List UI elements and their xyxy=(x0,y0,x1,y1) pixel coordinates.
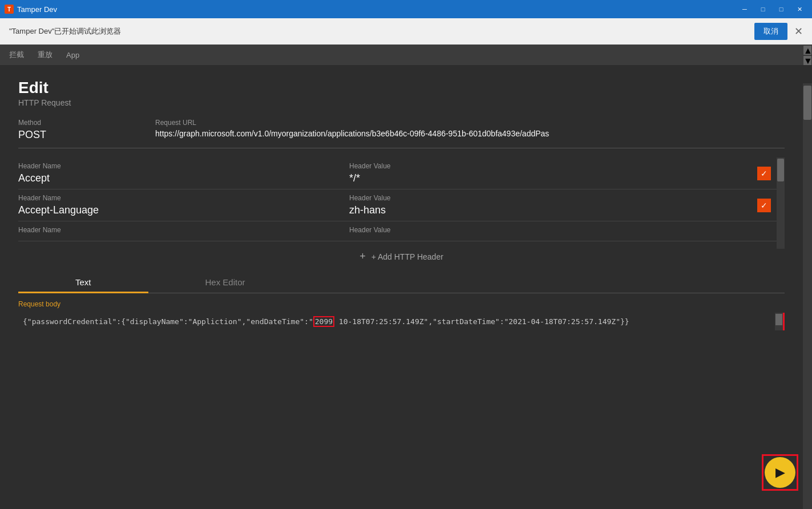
title-bar-left: T Tamper Dev xyxy=(5,5,57,14)
headers-section: Header Name Accept Header Value */* ✓ He… xyxy=(18,157,785,241)
nav-item-replay[interactable]: 重放 xyxy=(38,50,52,60)
right-scrollbar[interactable] xyxy=(803,83,812,509)
scroll-thumb[interactable] xyxy=(803,86,811,120)
nav-item-app[interactable]: App xyxy=(66,51,79,59)
header-row-3: Header Name Header Value xyxy=(18,221,785,241)
title-bar: T Tamper Dev ─ □ □ ✕ xyxy=(0,0,812,18)
edit-title: Edit xyxy=(18,79,785,97)
debug-bar: "Tamper Dev"已开始调试此浏览器 取消 ✕ xyxy=(0,18,812,45)
header-name-value-1: Accept xyxy=(18,172,349,184)
url-col: Request URL https://graph.microsoft.com/… xyxy=(155,119,785,141)
add-header-label: + Add HTTP Header xyxy=(371,252,443,261)
add-header-button[interactable]: + + Add HTTP Header xyxy=(18,241,785,272)
header-checkbox-2[interactable]: ✓ xyxy=(757,199,771,212)
add-icon: + xyxy=(359,251,366,262)
edit-subtitle: HTTP Request xyxy=(18,98,785,107)
edit-form: Edit HTTP Request Method POST Request UR… xyxy=(0,65,803,344)
header-name-label-3: Header Name xyxy=(18,226,349,234)
cancel-button[interactable]: 取消 xyxy=(754,23,787,40)
minimize-button[interactable]: ─ xyxy=(737,3,753,15)
url-value: https://graph.microsoft.com/v1.0/myorgan… xyxy=(155,129,703,138)
maximize-button[interactable]: □ xyxy=(773,3,789,15)
header-value-col-3: Header Value xyxy=(349,226,785,236)
submit-icon: ▶ xyxy=(775,465,785,480)
body-content-after: 10-18T07:25:57.149Z","startDateTime":"20… xyxy=(334,317,629,326)
header-row-2: Header Name Accept-Language Header Value… xyxy=(18,189,785,221)
checkbox-checked-2[interactable]: ✓ xyxy=(757,199,771,212)
header-value-value-1: */* xyxy=(349,172,785,184)
nav-scroll-up[interactable]: ▲ xyxy=(803,46,811,55)
window-controls: ─ □ □ ✕ xyxy=(737,3,807,15)
body-scrollbar[interactable] xyxy=(775,313,783,330)
app-icon: T xyxy=(5,5,14,14)
method-url-row: Method POST Request URL https://graph.mi… xyxy=(18,119,785,148)
url-label: Request URL xyxy=(155,119,785,127)
tab-hex-editor[interactable]: Hex Editor xyxy=(148,272,302,293)
header-value-col-1: Header Value */* xyxy=(349,162,785,184)
header-name-col-1: Header Name Accept xyxy=(18,162,349,184)
header-name-col-2: Header Name Accept-Language xyxy=(18,194,349,216)
restore-button[interactable]: □ xyxy=(755,3,771,15)
main-area: Edit HTTP Request Method POST Request UR… xyxy=(0,65,812,509)
body-scroll-thumb[interactable] xyxy=(775,314,782,325)
nav-item-intercept[interactable]: 拦截 xyxy=(9,50,24,60)
request-body-content[interactable]: {"passwordCredential":{"displayName":"Ap… xyxy=(18,313,785,330)
request-body-label: Request body xyxy=(18,298,785,310)
app-title: Tamper Dev xyxy=(17,5,57,14)
nav-bar: 拦截 重放 App ▲ ▼ xyxy=(0,45,812,65)
header-name-value-2: Accept-Language xyxy=(18,204,349,216)
method-col: Method POST xyxy=(18,119,155,141)
header-name-label-2: Header Name xyxy=(18,194,349,202)
header-value-value-2: zh-hans xyxy=(349,204,785,216)
header-value-label-2: Header Value xyxy=(349,194,785,202)
debug-message: "Tamper Dev"已开始调试此浏览器 xyxy=(9,26,748,37)
nav-scrollbar: ▲ ▼ xyxy=(803,45,812,65)
debug-close-button[interactable]: ✕ xyxy=(794,25,803,38)
header-name-col-3: Header Name xyxy=(18,226,349,236)
nav-scroll-down[interactable]: ▼ xyxy=(803,56,811,65)
checkbox-checked-1[interactable]: ✓ xyxy=(757,167,771,180)
tabs-row: Text Hex Editor xyxy=(18,272,785,293)
header-checkbox-1[interactable]: ✓ xyxy=(757,167,771,180)
body-content-before: {"passwordCredential":{"displayName":"Ap… xyxy=(23,317,313,326)
submit-button[interactable]: ▶ xyxy=(765,457,795,488)
header-value-col-2: Header Value zh-hans xyxy=(349,194,785,216)
headers-scrollbar[interactable] xyxy=(777,157,785,249)
header-name-label-1: Header Name xyxy=(18,162,349,170)
submit-btn-container: ▶ xyxy=(762,454,798,491)
close-button[interactable]: ✕ xyxy=(791,3,807,15)
tab-text[interactable]: Text xyxy=(18,272,148,293)
header-value-label-1: Header Value xyxy=(349,162,785,170)
method-value: POST xyxy=(18,129,155,141)
headers-scroll-thumb[interactable] xyxy=(777,159,784,181)
highlighted-year: 2099 xyxy=(313,316,334,327)
header-value-label-3: Header Value xyxy=(349,226,785,234)
header-row-1: Header Name Accept Header Value */* ✓ xyxy=(18,157,785,189)
method-label: Method xyxy=(18,119,155,127)
